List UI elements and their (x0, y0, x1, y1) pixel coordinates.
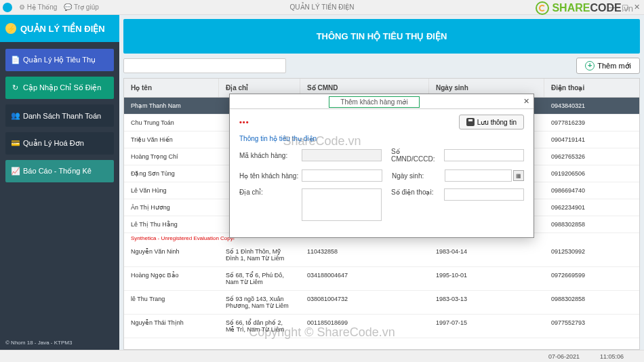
sidebar-item-ho-tieu-thu[interactable]: 📄 Quản Lý Hộ Tiêu Thụ (5, 49, 114, 71)
table-row[interactable]: Nguyễn Văn NinhSố 1 Đình Thôn, Mỹ Đình 1… (124, 243, 639, 267)
chart-icon: 📈 (11, 167, 19, 176)
col-name[interactable]: Họ tên (124, 79, 219, 97)
table-row[interactable]: lê Thu TrangSố 93 ngõ 143, Xuân Phương, … (124, 291, 639, 315)
label-ngaysinh: Ngày sinh: (392, 172, 445, 180)
window-titlebar: ⚙ Hệ Thống 💬 Trợ giúp QUẢN LÝ TIỀN ĐIỆN … (0, 0, 644, 15)
table-row[interactable]: Nguyễn Thái ThịnhSố 66, tổ dân phố 2, Mễ… (124, 315, 639, 338)
users-icon: 👥 (11, 111, 19, 120)
input-cmnd[interactable] (444, 149, 524, 161)
sidebar-item-thanh-toan[interactable]: 👥 Danh Sách Thanh Toán (5, 104, 114, 127)
add-button[interactable]: + Thêm mới (576, 58, 640, 74)
sidebar-item-chi-so-dien[interactable]: ↻ Cập Nhập Chỉ Số Điện (5, 77, 114, 99)
add-customer-dialog: Thêm khách hàng mới ✕ ••• Lưu thông tin … (229, 94, 534, 238)
sidebar-item-label: Danh Sách Thanh Toán (23, 112, 101, 120)
dialog-close-button[interactable]: ✕ (519, 97, 534, 106)
label-hoten: Họ tên khách hàng: (239, 172, 302, 180)
label-makh: Mã khách hàng: (239, 152, 302, 159)
col-phone[interactable]: Điện thoại (544, 79, 639, 97)
input-sdt[interactable] (444, 188, 524, 201)
sidebar-item-label: Quản Lý Hộ Tiêu Thụ (23, 56, 96, 64)
label-sdt: Số điện thoại: (391, 188, 444, 196)
sidebar: ⚡ QUẢN LÝ TIỀN ĐIỆN 📄 Quản Lý Hộ Tiêu Th… (0, 15, 119, 350)
dialog-section-title: Thông tin hộ tiêu thụ điện (239, 135, 524, 142)
minimize-icon[interactable]: — (609, 3, 616, 12)
table-row[interactable]: Hoàng Ngọc BảoSố 68, Tổ 6, Phú Đô, Nam T… (124, 267, 639, 291)
save-icon (466, 118, 475, 126)
dialog-dots: ••• (239, 118, 249, 126)
page-title: THÔNG TIN HỘ TIÊU THỤ ĐIỆN (123, 19, 640, 54)
status-time: 11:05:06 (600, 353, 624, 360)
doc-icon: 📄 (11, 56, 19, 64)
menu-help[interactable]: 💬 Trợ giúp (64, 3, 98, 11)
menu-system[interactable]: ⚙ Hệ Thống (19, 3, 57, 11)
dialog-title: Thêm khách hàng mới (329, 96, 419, 108)
input-makh[interactable] (302, 149, 382, 161)
input-diachi[interactable] (302, 188, 382, 221)
status-date: 07-06-2021 (548, 353, 580, 360)
window-title: QUẢN LÝ TIỀN ĐIỆN (290, 3, 355, 11)
refresh-icon: ↻ (11, 83, 19, 92)
status-bar: 07-06-2021 11:05:06 (0, 350, 644, 362)
sidebar-item-bao-cao[interactable]: 📈 Báo Cáo - Thống Kê (5, 160, 114, 182)
sidebar-item-hoa-don[interactable]: 💳 Quản Lý Hoá Đơn (5, 132, 114, 155)
bolt-icon: ⚡ (5, 23, 16, 34)
maximize-icon[interactable]: ▢ (622, 3, 628, 12)
search-input[interactable] (123, 58, 286, 73)
sidebar-footer: © Nhom 18 - Java - KTPM3 (0, 336, 119, 350)
brand: ⚡ QUẢN LÝ TIỀN ĐIỆN (0, 15, 119, 42)
label-diachi: Địa chỉ: (239, 188, 302, 196)
sidebar-item-label: Quản Lý Hoá Đơn (23, 139, 84, 148)
plus-icon: + (585, 61, 595, 71)
sidebar-item-label: Cập Nhập Chỉ Số Điện (23, 83, 101, 92)
add-button-label: Thêm mới (597, 62, 631, 71)
save-button-label: Lưu thông tin (477, 119, 517, 126)
main-panel: THÔNG TIN HỘ TIÊU THỤ ĐIỆN + Thêm mới Họ… (119, 15, 644, 350)
label-cmnd: Số CMND/CCCD: (391, 148, 444, 163)
card-icon: 💳 (11, 139, 19, 148)
save-button[interactable]: Lưu thông tin (459, 115, 524, 129)
close-icon[interactable]: ✕ (634, 3, 640, 12)
sidebar-item-label: Báo Cáo - Thống Kê (23, 167, 92, 176)
app-icon (3, 3, 12, 12)
input-ngaysinh[interactable] (445, 169, 512, 182)
input-hoten[interactable] (302, 169, 382, 182)
calendar-icon[interactable]: ▦ (513, 170, 524, 181)
